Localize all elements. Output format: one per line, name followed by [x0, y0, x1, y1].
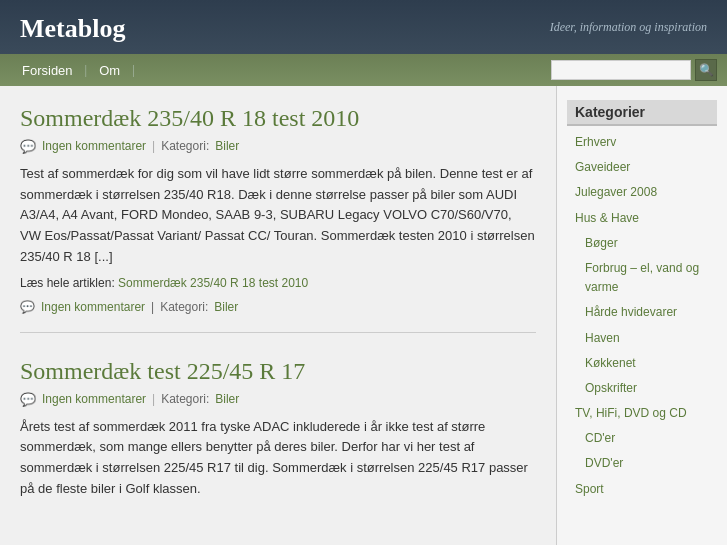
post-2-comments[interactable]: Ingen kommentarer: [42, 392, 146, 406]
sidebar-item-11[interactable]: CD'er: [567, 426, 717, 451]
post-2-title[interactable]: Sommerdæk test 225/45 R 17: [20, 357, 536, 386]
post-1-cat-label-bottom: Kategori:: [160, 300, 208, 314]
meta-sep-2: |: [152, 392, 155, 406]
sidebar-items: ErhvervGaveideerJulegaver 2008Hus & Have…: [567, 130, 717, 502]
sidebar-item-7[interactable]: Haven: [567, 326, 717, 351]
post-1-cat-label: Kategori:: [161, 139, 209, 153]
sidebar-item-2[interactable]: Julegaver 2008: [567, 180, 717, 205]
post-1-content: Test af sommerdæk for dig som vil have l…: [20, 164, 536, 268]
post-1-comments[interactable]: Ingen kommentarer: [42, 139, 146, 153]
site-title: Metablog: [20, 14, 125, 44]
post-2-category[interactable]: Biler: [215, 392, 239, 406]
post-1-title[interactable]: Sommerdæk 235/40 R 18 test 2010: [20, 104, 536, 133]
nav-forsiden[interactable]: Forsiden: [10, 57, 85, 84]
main-content: Sommerdæk 235/40 R 18 test 2010 💬 Ingen …: [0, 86, 557, 545]
read-more-link-1[interactable]: Sommerdæk 235/40 R 18 test 2010: [118, 276, 308, 290]
sidebar-item-5[interactable]: Forbrug – el, vand og varme: [567, 256, 717, 300]
nav-om[interactable]: Om: [87, 57, 132, 84]
sidebar-item-0[interactable]: Erhverv: [567, 130, 717, 155]
search-button[interactable]: 🔍: [695, 59, 717, 81]
post-1-read-more: Læs hele artiklen: Sommerdæk 235/40 R 18…: [20, 276, 536, 290]
comment-icon-1: 💬: [20, 139, 36, 154]
sidebar-item-3[interactable]: Hus & Have: [567, 206, 717, 231]
nav-bar: Forsiden | Om | 🔍: [0, 54, 727, 86]
sidebar: Kategorier ErhvervGaveideerJulegaver 200…: [557, 86, 727, 545]
page-wrapper: Sommerdæk 235/40 R 18 test 2010 💬 Ingen …: [0, 86, 727, 545]
post-2-meta: 💬 Ingen kommentarer | Kategori: Biler: [20, 392, 536, 407]
post-1: Sommerdæk 235/40 R 18 test 2010 💬 Ingen …: [20, 104, 536, 333]
sidebar-heading: Kategorier: [567, 100, 717, 126]
nav-search: 🔍: [551, 59, 717, 81]
sidebar-item-12[interactable]: DVD'er: [567, 451, 717, 476]
sidebar-item-10[interactable]: TV, HiFi, DVD og CD: [567, 401, 717, 426]
post-1-category-bottom[interactable]: Biler: [214, 300, 238, 314]
site-tagline: Ideer, information og inspiration: [550, 14, 707, 35]
sidebar-item-4[interactable]: Bøger: [567, 231, 717, 256]
comment-icon-1b: 💬: [20, 300, 35, 314]
header: Metablog Ideer, information og inspirati…: [0, 0, 727, 54]
nav-links: Forsiden | Om |: [10, 57, 135, 84]
sidebar-item-13[interactable]: Sport: [567, 477, 717, 502]
post-1-meta: 💬 Ingen kommentarer | Kategori: Biler: [20, 139, 536, 154]
sidebar-item-8[interactable]: Køkkenet: [567, 351, 717, 376]
read-more-label-1: Læs hele artiklen:: [20, 276, 115, 290]
comment-icon-2: 💬: [20, 392, 36, 407]
post-1-category[interactable]: Biler: [215, 139, 239, 153]
post-2-cat-label: Kategori:: [161, 392, 209, 406]
post-2: Sommerdæk test 225/45 R 17 💬 Ingen komme…: [20, 357, 536, 526]
meta-sep-1: |: [152, 139, 155, 153]
post-2-content: Årets test af sommerdæk 2011 fra tyske A…: [20, 417, 536, 500]
post-1-comments-bottom[interactable]: Ingen kommentarer: [41, 300, 145, 314]
sidebar-item-6[interactable]: Hårde hvidevarer: [567, 300, 717, 325]
sidebar-item-1[interactable]: Gaveideer: [567, 155, 717, 180]
search-input[interactable]: [551, 60, 691, 80]
sidebar-item-9[interactable]: Opskrifter: [567, 376, 717, 401]
meta-sep-1b: |: [151, 300, 154, 314]
nav-sep2: |: [132, 62, 135, 78]
post-1-meta-bottom: 💬 Ingen kommentarer | Kategori: Biler: [20, 300, 536, 314]
